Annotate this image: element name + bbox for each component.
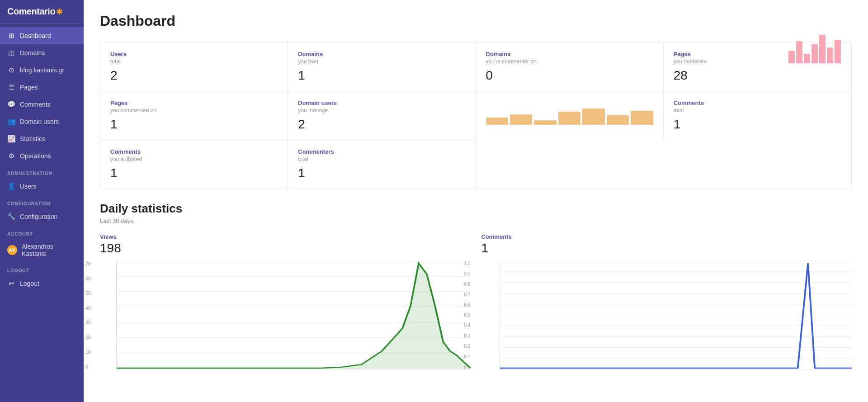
comments-icon: 💬 (7, 100, 15, 109)
pink-mini-bar (819, 35, 826, 63)
admin-section-label: ADMINISTRATION (0, 165, 84, 178)
sidebar: Comentario ✱ ⊞Dashboard◫Domains⊙blog.kas… (0, 0, 84, 402)
mini-bar (558, 112, 580, 125)
logo-area: Comentario ✱ (0, 0, 84, 24)
mini-bar (631, 111, 653, 125)
sidebar-item-configuration[interactable]: 🔧Configuration (0, 208, 84, 225)
sidebar-label-domains: Domains (20, 49, 45, 57)
mini-bar (582, 109, 604, 125)
charts-row: Views 198 706050403020100 (100, 233, 852, 369)
config-section-label: CONFIGURATION (0, 195, 84, 208)
logout-item[interactable]: ↩ Logout (0, 275, 84, 292)
domain-users-icon: 👥 (7, 118, 15, 126)
sidebar-label-dashboard: Dashboard (20, 32, 51, 39)
sidebar-item-users[interactable]: 👤Users (0, 178, 84, 195)
mini-bar (607, 115, 629, 125)
pink-mini-bar (804, 54, 810, 63)
stat-value-7: 1 (110, 166, 278, 180)
statistics-icon: 📈 (7, 135, 15, 143)
main-content: Dashboard Users total 2 Domains you own … (84, 0, 868, 402)
stat-card-0: Users total 2 (100, 43, 288, 91)
pages-icon: ☰ (7, 83, 15, 91)
stat-label-8: Commenters (298, 148, 465, 155)
mini-bar (534, 120, 556, 125)
stat-sublabel-7: you authored (110, 156, 278, 162)
stat-label-2: Domains (486, 51, 653, 57)
account-section-label: ACCOUNT (0, 225, 84, 238)
sidebar-label-blog: blog.kastanis.gr (20, 66, 64, 74)
stat-label-5: Domain users (298, 99, 465, 106)
mini-bar-chart-card (476, 91, 664, 140)
stat-card-8: Commenters total 1 (288, 140, 476, 189)
stat-value-4: 1 (110, 117, 278, 132)
sidebar-label-domain-users: Domain users (20, 118, 59, 125)
sidebar-label-users: Users (20, 183, 37, 190)
sidebar-label-operations: Operations (20, 152, 51, 160)
pink-mini-bar (796, 41, 802, 63)
logout-section-label: LOGOUT (0, 262, 84, 275)
stat-value-0: 2 (110, 68, 278, 83)
pink-mini-bar (827, 47, 833, 63)
sidebar-item-blog[interactable]: ⊙blog.kastanis.gr (0, 61, 84, 79)
comments-y-labels: 1.00.90.80.70.60.50.40.30.20.10 (464, 261, 471, 369)
comments-label: Comments (481, 233, 852, 240)
stat-card-4: Pages you commented on 1 (100, 91, 288, 140)
stat-card-5: Domain users you manage 2 (288, 91, 476, 140)
page-title: Dashboard (100, 13, 852, 29)
stat-label-4: Pages (110, 99, 278, 106)
stat-card-7: Comments you authored 1 (100, 140, 288, 189)
users-icon: 👤 (7, 182, 15, 190)
pink-mini-bar (835, 40, 841, 64)
stat-value-1: 1 (298, 68, 465, 83)
dashboard-icon: ⊞ (7, 32, 15, 40)
views-value: 198 (100, 241, 471, 255)
views-y-labels: 706050403020100 (85, 261, 91, 369)
sidebar-label-statistics: Statistics (20, 135, 45, 142)
comments-chart (500, 261, 852, 369)
stat-sublabel-5: you manage (298, 107, 465, 114)
stat-sublabel-6: total (674, 107, 841, 114)
blog-icon: ⊙ (7, 66, 15, 74)
domains-icon: ◫ (7, 49, 15, 57)
sidebar-item-operations[interactable]: ⚙Operations (0, 147, 84, 165)
stats-grid: Users total 2 Domains you own 1 Domains … (100, 42, 852, 189)
sidebar-item-dashboard[interactable]: ⊞Dashboard (0, 27, 84, 44)
sidebar-item-domain-users[interactable]: 👥Domain users (0, 113, 84, 130)
stat-label-7: Comments (110, 148, 278, 155)
account-item[interactable]: AK Alexandros Kastanis (0, 238, 84, 262)
logo-text: Comentario (7, 6, 55, 17)
stat-label-6: Comments (674, 99, 841, 106)
sidebar-label-comments: Comments (20, 101, 51, 108)
sidebar-item-comments[interactable]: 💬Comments (0, 96, 84, 113)
comments-chart-block: Comments 1 1.00.90.80.70.60.50.40.30.20.… (481, 233, 852, 369)
stat-label-1: Domains (298, 51, 465, 57)
stat-sublabel-1: you own (298, 58, 465, 65)
daily-stats-subtitle: Last 30 days. (100, 218, 852, 224)
logout-icon: ↩ (7, 279, 15, 288)
avatar: AK (7, 245, 17, 255)
stat-value-6: 1 (674, 117, 841, 132)
account-name: Alexandros Kastanis (22, 243, 76, 257)
stat-sublabel-8: total (298, 156, 465, 162)
logout-label: Logout (20, 280, 39, 287)
mini-bar (486, 118, 508, 125)
mini-bar (510, 114, 532, 125)
sidebar-item-pages[interactable]: ☰Pages (0, 79, 84, 96)
stat-sublabel-2: you're commenter on (486, 58, 653, 65)
sidebar-label-pages: Pages (20, 84, 38, 91)
configuration-icon: 🔧 (7, 213, 15, 221)
sidebar-nav: ⊞Dashboard◫Domains⊙blog.kastanis.gr☰Page… (0, 24, 84, 402)
stat-value-5: 2 (298, 117, 465, 132)
views-label: Views (100, 233, 471, 240)
views-chart (116, 261, 471, 369)
stat-value-8: 1 (298, 166, 465, 180)
stat-value-2: 0 (486, 68, 653, 83)
pink-mini-bar (788, 51, 795, 63)
views-chart-block: Views 198 706050403020100 (100, 233, 471, 369)
sidebar-item-domains[interactable]: ◫Domains (0, 44, 84, 61)
pink-mini-bar (811, 44, 818, 63)
sidebar-item-statistics[interactable]: 📈Statistics (0, 130, 84, 147)
stat-sublabel-0: total (110, 58, 278, 65)
stat-label-0: Users (110, 51, 278, 57)
logo-star: ✱ (56, 7, 63, 17)
